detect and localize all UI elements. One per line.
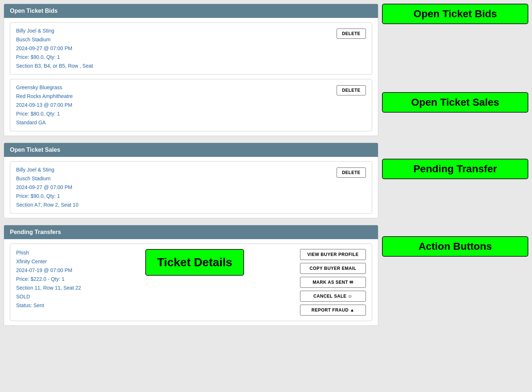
transfer-1-line7: Status: Sent	[16, 302, 89, 309]
page-wrapper: Open Ticket Bids Billy Joel & Sting Busc…	[4, 4, 528, 326]
mark-as-sent-button[interactable]: MARK AS SENT ✉	[300, 277, 366, 288]
bid-info-1: Billy Joel & Sting Busch Stadium 2024-09…	[16, 27, 93, 70]
bid-2-line4: Price: $80.0, Qty: 1	[16, 110, 73, 118]
bid-1-line1: Billy Joel & Sting	[16, 27, 93, 35]
transfer-1-line4: Price: $222.0 - Qty: 1	[16, 275, 89, 283]
bid-2-line5: Standard GA	[16, 119, 73, 127]
transfer-1-line6: SOLD	[16, 293, 89, 301]
transfer-1-line2: Xfinity Center	[16, 258, 89, 265]
right-sales-row: Open Ticket Sales	[382, 88, 528, 113]
ticket-details-badge: Ticket Details	[145, 249, 244, 276]
transfer-info-1: Phish Xfinity Center 2024-07-19 @ 07:00 …	[16, 249, 89, 309]
sales-header: Open Ticket Sales	[4, 143, 378, 157]
bid-2-delete-button[interactable]: DELETE	[337, 85, 366, 95]
bids-body: Billy Joel & Sting Busch Stadium 2024-09…	[4, 18, 378, 136]
report-fraud-button[interactable]: REPORT FRAUD ▲	[300, 305, 366, 316]
action-buttons-badge: Action Buttons	[382, 236, 528, 257]
bid-card-1: Billy Joel & Sting Busch Stadium 2024-09…	[10, 22, 372, 75]
right-panel: Open Ticket Bids Open Ticket Sales Pendi…	[382, 4, 528, 326]
bid-1-delete-button[interactable]: DELETE	[337, 29, 366, 39]
main-content: Open Ticket Bids Billy Joel & Sting Busc…	[4, 4, 378, 326]
transfer-card-1: Phish Xfinity Center 2024-07-19 @ 07:00 …	[10, 244, 372, 321]
bid-2-line2: Red Rocks Amphitheatre	[16, 93, 73, 100]
copy-buyer-email-button[interactable]: COPY BUYER EMAIL	[300, 263, 366, 274]
copy-buyer-email-label: COPY BUYER EMAIL	[310, 266, 356, 271]
bid-2-line1: Greensky Bluegrass	[16, 84, 73, 91]
transfer-1-line5: Section 11, Row 11, Seat 22	[16, 284, 89, 292]
bids-header: Open Ticket Bids	[4, 4, 378, 18]
report-fraud-label: REPORT FRAUD ▲	[311, 308, 355, 313]
sales-label-badge: Open Ticket Sales	[382, 92, 528, 113]
bids-section: Open Ticket Bids Billy Joel & Sting Busc…	[4, 4, 378, 136]
right-action-buttons-row: Action Buttons	[382, 236, 528, 257]
bid-1-line2: Busch Stadium	[16, 36, 93, 44]
transfer-action-buttons: VIEW BUYER PROFILE COPY BUYER EMAIL MARK…	[300, 249, 366, 316]
cancel-sale-button[interactable]: CANCEL SALE ☺	[300, 291, 366, 302]
bid-info-2: Greensky Bluegrass Red Rocks Amphitheatr…	[16, 84, 73, 127]
sale-1-line2: Busch Stadium	[16, 175, 78, 182]
bid-1-line5: Section B3, B4, or B5, Row , Seat	[16, 62, 93, 70]
bid-1-line4: Price: $90.0, Qty: 1	[16, 53, 93, 61]
right-bids-row: Open Ticket Bids	[382, 4, 528, 24]
transfer-1-line1: Phish	[16, 249, 89, 257]
bids-label-badge: Open Ticket Bids	[382, 4, 528, 24]
sale-1-line4: Price: $90.0, Qty: 1	[16, 192, 78, 200]
sales-section: Open Ticket Sales Billy Joel & Sting Bus…	[4, 143, 378, 218]
transfers-body: Phish Xfinity Center 2024-07-19 @ 07:00 …	[4, 239, 378, 325]
view-buyer-profile-button[interactable]: VIEW BUYER PROFILE	[300, 249, 366, 260]
transfers-header: Pending Transfers	[4, 225, 378, 239]
mark-as-sent-label: MARK AS SENT ✉	[312, 280, 353, 285]
sale-1-line3: 2024-09-27 @ 07:00 PM	[16, 184, 78, 191]
right-transfers-row: Pending Transfer	[382, 155, 528, 179]
transfer-1-line3: 2024-07-19 @ 07:00 PM	[16, 267, 89, 274]
bid-2-line3: 2024-09-13 @ 07:00 PM	[16, 101, 73, 109]
sale-1-delete-button[interactable]: DELETE	[337, 167, 366, 178]
view-buyer-profile-label: VIEW BUYER PROFILE	[307, 252, 359, 257]
sale-1-line1: Billy Joel & Sting	[16, 166, 78, 174]
sale-card-1: Billy Joel & Sting Busch Stadium 2024-09…	[10, 161, 372, 214]
sale-info-1: Billy Joel & Sting Busch Stadium 2024-09…	[16, 166, 78, 209]
cancel-sale-label: CANCEL SALE ☺	[313, 294, 352, 299]
sale-1-line5: Section A7, Row 2, Seat 10	[16, 201, 78, 209]
transfers-label-badge: Pending Transfer	[382, 159, 528, 179]
transfers-section: Pending Transfers Phish Xfinity Center 2…	[4, 225, 378, 326]
bid-1-line3: 2024-09-27 @ 07:00 PM	[16, 45, 93, 52]
sales-body: Billy Joel & Sting Busch Stadium 2024-09…	[4, 157, 378, 218]
bid-card-2: Greensky Bluegrass Red Rocks Amphitheatr…	[10, 79, 372, 131]
